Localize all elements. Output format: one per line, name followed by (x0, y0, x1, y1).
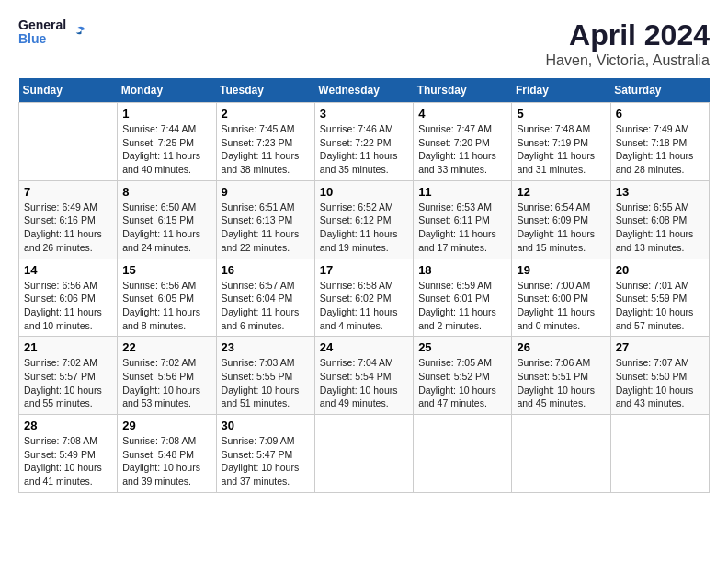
day-number: 27 (616, 340, 704, 354)
calendar-cell: 1Sunrise: 7:44 AMSunset: 7:25 PMDaylight… (118, 103, 216, 181)
day-number: 20 (616, 263, 704, 277)
weekday-header-saturday: Saturday (610, 78, 709, 103)
calendar-title: April 2024 (546, 18, 710, 52)
week-row-1: 1Sunrise: 7:44 AMSunset: 7:25 PMDaylight… (19, 103, 710, 181)
day-number: 19 (517, 263, 605, 277)
calendar-cell (610, 415, 709, 493)
day-number: 4 (418, 107, 506, 121)
calendar-cell: 21Sunrise: 7:02 AMSunset: 5:57 PMDayligh… (19, 337, 118, 415)
day-number: 1 (122, 107, 210, 121)
weekday-header-sunday: Sunday (19, 78, 118, 103)
day-number: 25 (418, 340, 506, 354)
logo: General Blue (18, 18, 88, 47)
day-number: 16 (222, 263, 310, 277)
day-info: Sunrise: 6:56 AMSunset: 6:05 PMDaylight:… (122, 279, 210, 333)
day-info: Sunrise: 6:56 AMSunset: 6:06 PMDaylight:… (24, 279, 112, 333)
day-info: Sunrise: 7:09 AMSunset: 5:47 PMDaylight:… (222, 434, 310, 488)
day-number: 15 (122, 263, 210, 277)
calendar-cell: 19Sunrise: 7:00 AMSunset: 6:00 PMDayligh… (512, 259, 610, 337)
day-info: Sunrise: 7:08 AMSunset: 5:49 PMDaylight:… (24, 434, 112, 488)
calendar-cell: 7Sunrise: 6:49 AMSunset: 6:16 PMDaylight… (19, 180, 118, 259)
day-info: Sunrise: 6:55 AMSunset: 6:08 PMDaylight:… (616, 201, 704, 255)
calendar-cell: 30Sunrise: 7:09 AMSunset: 5:47 PMDayligh… (216, 415, 314, 493)
calendar-cell: 3Sunrise: 7:46 AMSunset: 7:22 PMDaylight… (314, 103, 413, 181)
weekday-header-wednesday: Wednesday (314, 78, 413, 103)
day-info: Sunrise: 7:48 AMSunset: 7:19 PMDaylight:… (517, 122, 605, 177)
logo-line2: Blue (18, 32, 66, 46)
weekday-header-monday: Monday (118, 78, 216, 103)
day-info: Sunrise: 7:49 AMSunset: 7:18 PMDaylight:… (616, 122, 704, 177)
weekday-header-thursday: Thursday (414, 78, 512, 103)
calendar-cell: 27Sunrise: 7:07 AMSunset: 5:50 PMDayligh… (610, 337, 709, 415)
day-info: Sunrise: 7:44 AMSunset: 7:25 PMDaylight:… (122, 122, 210, 177)
week-row-4: 21Sunrise: 7:02 AMSunset: 5:57 PMDayligh… (19, 337, 710, 415)
day-number: 14 (24, 263, 112, 277)
day-info: Sunrise: 6:50 AMSunset: 6:15 PMDaylight:… (122, 201, 210, 255)
calendar-cell: 17Sunrise: 6:58 AMSunset: 6:02 PMDayligh… (314, 259, 413, 337)
calendar-subtitle: Haven, Victoria, Australia (546, 52, 710, 69)
day-number: 22 (122, 340, 210, 354)
day-number: 24 (320, 340, 408, 354)
day-info: Sunrise: 7:45 AMSunset: 7:23 PMDaylight:… (222, 122, 310, 177)
day-number: 30 (222, 419, 310, 432)
week-row-3: 14Sunrise: 6:56 AMSunset: 6:06 PMDayligh… (19, 259, 710, 337)
calendar-cell: 11Sunrise: 6:53 AMSunset: 6:11 PMDayligh… (414, 180, 512, 259)
calendar-cell: 12Sunrise: 6:54 AMSunset: 6:09 PMDayligh… (512, 180, 610, 259)
day-number: 26 (517, 340, 605, 354)
weekday-header-tuesday: Tuesday (216, 78, 314, 103)
calendar-cell: 20Sunrise: 7:01 AMSunset: 5:59 PMDayligh… (610, 259, 709, 337)
calendar-cell: 29Sunrise: 7:08 AMSunset: 5:48 PMDayligh… (118, 415, 216, 493)
day-info: Sunrise: 7:06 AMSunset: 5:51 PMDaylight:… (517, 356, 605, 410)
calendar-cell: 24Sunrise: 7:04 AMSunset: 5:54 PMDayligh… (314, 337, 413, 415)
day-number: 8 (122, 185, 210, 199)
day-number: 10 (320, 185, 408, 199)
day-number: 2 (222, 107, 310, 121)
week-row-5: 28Sunrise: 7:08 AMSunset: 5:49 PMDayligh… (19, 415, 710, 493)
day-info: Sunrise: 6:49 AMSunset: 6:16 PMDaylight:… (24, 201, 112, 255)
calendar-cell: 13Sunrise: 6:55 AMSunset: 6:08 PMDayligh… (610, 180, 709, 259)
calendar-cell: 16Sunrise: 6:57 AMSunset: 6:04 PMDayligh… (216, 259, 314, 337)
weekday-header-friday: Friday (512, 78, 610, 103)
day-info: Sunrise: 6:54 AMSunset: 6:09 PMDaylight:… (517, 201, 605, 255)
calendar-cell (512, 415, 610, 493)
day-info: Sunrise: 7:07 AMSunset: 5:50 PMDaylight:… (616, 356, 704, 410)
day-number: 29 (122, 419, 210, 432)
week-row-2: 7Sunrise: 6:49 AMSunset: 6:16 PMDaylight… (19, 180, 710, 259)
calendar-cell: 28Sunrise: 7:08 AMSunset: 5:49 PMDayligh… (19, 415, 118, 493)
calendar-cell: 22Sunrise: 7:02 AMSunset: 5:56 PMDayligh… (118, 337, 216, 415)
logo-line1: General (18, 18, 66, 32)
calendar-cell: 18Sunrise: 6:59 AMSunset: 6:01 PMDayligh… (414, 259, 512, 337)
day-info: Sunrise: 7:01 AMSunset: 5:59 PMDaylight:… (616, 279, 704, 333)
day-number: 13 (616, 185, 704, 199)
calendar-cell (314, 415, 413, 493)
day-info: Sunrise: 6:59 AMSunset: 6:01 PMDaylight:… (418, 279, 506, 333)
day-info: Sunrise: 6:53 AMSunset: 6:11 PMDaylight:… (418, 201, 506, 255)
day-number: 6 (616, 107, 704, 121)
calendar-table: SundayMondayTuesdayWednesdayThursdayFrid… (18, 78, 710, 493)
day-info: Sunrise: 7:03 AMSunset: 5:55 PMDaylight:… (222, 356, 310, 410)
day-info: Sunrise: 6:57 AMSunset: 6:04 PMDaylight:… (222, 279, 310, 333)
day-info: Sunrise: 7:02 AMSunset: 5:56 PMDaylight:… (122, 356, 210, 410)
day-number: 28 (24, 419, 112, 432)
calendar-cell: 4Sunrise: 7:47 AMSunset: 7:20 PMDaylight… (414, 103, 512, 181)
day-number: 12 (517, 185, 605, 199)
day-info: Sunrise: 7:05 AMSunset: 5:52 PMDaylight:… (418, 356, 506, 410)
calendar-cell: 15Sunrise: 6:56 AMSunset: 6:05 PMDayligh… (118, 259, 216, 337)
day-info: Sunrise: 7:46 AMSunset: 7:22 PMDaylight:… (320, 122, 408, 177)
calendar-cell (19, 103, 118, 181)
day-info: Sunrise: 6:51 AMSunset: 6:13 PMDaylight:… (222, 201, 310, 255)
calendar-cell: 10Sunrise: 6:52 AMSunset: 6:12 PMDayligh… (314, 180, 413, 259)
title-block: April 2024 Haven, Victoria, Australia (546, 18, 710, 69)
day-number: 18 (418, 263, 506, 277)
day-number: 3 (320, 107, 408, 121)
day-number: 23 (222, 340, 310, 354)
logo-bird-icon (70, 23, 88, 41)
calendar-cell: 14Sunrise: 6:56 AMSunset: 6:06 PMDayligh… (19, 259, 118, 337)
calendar-cell: 5Sunrise: 7:48 AMSunset: 7:19 PMDaylight… (512, 103, 610, 181)
day-number: 17 (320, 263, 408, 277)
calendar-cell: 9Sunrise: 6:51 AMSunset: 6:13 PMDaylight… (216, 180, 314, 259)
day-number: 9 (222, 185, 310, 199)
calendar-cell (414, 415, 512, 493)
day-number: 11 (418, 185, 506, 199)
day-info: Sunrise: 7:00 AMSunset: 6:00 PMDaylight:… (517, 279, 605, 333)
